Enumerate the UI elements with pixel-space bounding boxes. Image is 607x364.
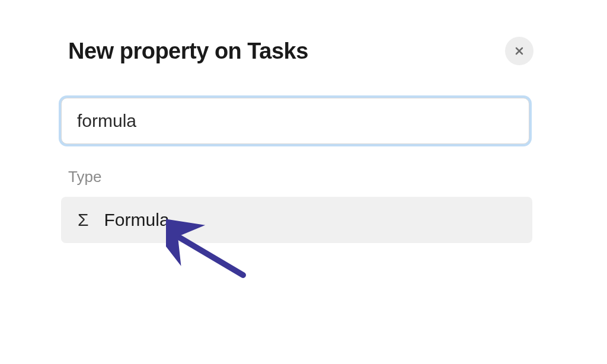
property-name-input-wrapper	[61, 98, 529, 144]
type-option-formula[interactable]: Σ Formula	[61, 197, 532, 243]
close-button[interactable]	[505, 37, 533, 65]
property-name-input[interactable]	[61, 98, 529, 144]
type-section-label: Type	[68, 168, 533, 186]
sigma-icon: Σ	[78, 210, 89, 230]
type-option-label: Formula	[104, 210, 170, 230]
modal-title: New property on Tasks	[68, 39, 308, 64]
modal-header: New property on Tasks	[68, 37, 533, 65]
close-icon	[513, 45, 525, 57]
new-property-modal: New property on Tasks Type Σ Formula	[68, 37, 533, 243]
